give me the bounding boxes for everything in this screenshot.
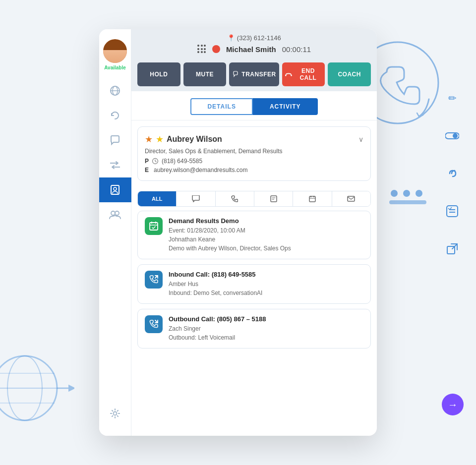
phone-number: 📍 (323) 612-1146: [139, 34, 369, 42]
coach-button[interactable]: COACH: [328, 62, 371, 86]
svg-point-25: [111, 211, 115, 215]
checklist-icon[interactable]: [443, 202, 461, 220]
svg-point-12: [453, 133, 458, 138]
edit-icon[interactable]: ✏: [443, 89, 461, 107]
toggle-icon[interactable]: [443, 127, 461, 145]
avatar: [103, 39, 127, 63]
activity-item: Inbound Call: (818) 649-5585 Amber Hus I…: [137, 264, 371, 304]
svg-rect-13: [447, 206, 458, 217]
recording-indicator: [212, 45, 220, 53]
filter-chat[interactable]: [177, 191, 215, 206]
activity-inbound-icon: [145, 271, 163, 289]
top-bar: 📍 (323) 612-1146 Michael Smith 00:00:11: [131, 29, 377, 58]
transfer-button[interactable]: TRANSFER: [229, 62, 279, 86]
call-info: Michael Smith 00:00:11: [139, 45, 369, 54]
caller-name: Michael Smith: [226, 45, 276, 54]
star-yellow-icon: ★: [156, 134, 164, 145]
call-timer: 00:00:11: [282, 45, 311, 54]
filter-email[interactable]: [332, 191, 370, 206]
svg-point-8: [403, 190, 410, 197]
open-icon[interactable]: [443, 240, 461, 258]
activity-item: Demand Results Demo Event: 01/28/2020, 1…: [137, 211, 371, 259]
status-badge: Available: [104, 65, 126, 70]
mute-button[interactable]: MUTE: [183, 62, 227, 86]
contact-header: ★ ★ Aubrey Wilson ∨: [145, 134, 363, 145]
svg-point-24: [114, 187, 117, 190]
filter-phone[interactable]: [216, 191, 254, 206]
activity-content: Inbound Call: (818) 649-5585 Amber Hus I…: [169, 271, 363, 297]
activity-calendar-icon: [145, 217, 163, 235]
activity-detail: Event: 01/28/2020, 10:00 AM Johnathan Ke…: [169, 226, 363, 253]
grid-icon: [197, 45, 206, 54]
next-button[interactable]: →: [442, 394, 464, 415]
activity-title: Outbound Call: (805) 867 – 5188: [169, 315, 363, 323]
star-orange-icon: ★: [145, 134, 153, 145]
filter-all[interactable]: ALL: [138, 191, 177, 206]
contact-name: Aubrey Wilson: [167, 135, 222, 144]
sidebar-item-transfer[interactable]: [99, 153, 131, 177]
activity-content: Outbound Call: (805) 867 – 5188 Zach Sin…: [169, 315, 363, 342]
app-card: Available 📍 (323) 612-1146: [99, 29, 377, 436]
contact-title: Director, Sales Ops & Enablement, Demand…: [145, 148, 363, 155]
activity-content: Demand Results Demo Event: 01/28/2020, 1…: [169, 217, 363, 253]
phone-label: P: [145, 158, 149, 165]
activity-list: Demand Results Demo Event: 01/28/2020, 1…: [131, 211, 377, 349]
contact-email: E aubrey.wilson@demandresults.com: [145, 167, 363, 174]
tab-activity[interactable]: ACTIVITY: [253, 98, 318, 115]
svg-rect-40: [348, 196, 355, 201]
activity-detail: Zach Singer Outbound: Left Voicemail: [169, 324, 363, 342]
activity-item: Outbound Call: (805) 867 – 5188 Zach Sin…: [137, 309, 371, 349]
activity-detail: Amber Hus Inbound: Demo Set, conversatio…: [169, 280, 363, 297]
clock-icon: [152, 158, 159, 165]
contact-phone: P (818) 649-5585: [145, 158, 363, 165]
tab-details[interactable]: DETAILS: [190, 98, 252, 115]
svg-point-9: [416, 190, 422, 197]
svg-rect-28: [285, 75, 287, 76]
activity-outbound-icon: [145, 315, 163, 333]
link-icon[interactable]: [443, 165, 461, 182]
sidebar-item-teams[interactable]: [99, 202, 131, 227]
svg-rect-10: [389, 200, 426, 204]
filter-calendar[interactable]: [293, 191, 332, 206]
filter-note[interactable]: [254, 191, 293, 206]
svg-point-7: [391, 190, 398, 197]
contact-name-row: ★ ★ Aubrey Wilson: [145, 134, 222, 145]
svg-rect-36: [309, 196, 315, 202]
sidebar-item-settings[interactable]: [99, 401, 131, 426]
globe-decoration: [0, 346, 74, 430]
svg-point-27: [114, 412, 117, 415]
call-controls: HOLD MUTE TRANSFER END CALL COACH: [131, 58, 377, 91]
svg-line-32: [155, 161, 157, 162]
sidebar-item-globe[interactable]: [99, 78, 131, 103]
main-content: 📍 (323) 612-1146 Michael Smith 00:00:11 …: [131, 29, 377, 436]
sidebar-item-contacts[interactable]: [99, 177, 131, 202]
activity-title: Demand Results Demo: [169, 217, 363, 225]
activity-title: Inbound Call: (818) 649-5585: [169, 271, 363, 278]
right-panel: ✏: [443, 89, 461, 258]
hold-button[interactable]: HOLD: [137, 62, 180, 86]
sidebar-item-chat[interactable]: [99, 128, 131, 153]
svg-rect-29: [291, 75, 292, 76]
contact-card: ★ ★ Aubrey Wilson ∨ Director, Sales Ops …: [137, 126, 371, 181]
sidebar-item-refresh[interactable]: [99, 103, 131, 128]
svg-point-26: [115, 211, 119, 215]
svg-rect-33: [271, 196, 277, 202]
filter-bar: ALL: [137, 191, 371, 207]
tabs-row: DETAILS ACTIVITY: [131, 91, 377, 120]
user-avatar-section: Available: [103, 39, 127, 70]
contact-phone-number: (818) 649-5585: [162, 158, 202, 165]
svg-rect-41: [150, 223, 158, 230]
end-call-button[interactable]: END CALL: [282, 62, 325, 86]
dots-decoration: [389, 188, 429, 210]
chevron-down-icon[interactable]: ∨: [358, 135, 363, 143]
sidebar: Available: [99, 29, 131, 436]
